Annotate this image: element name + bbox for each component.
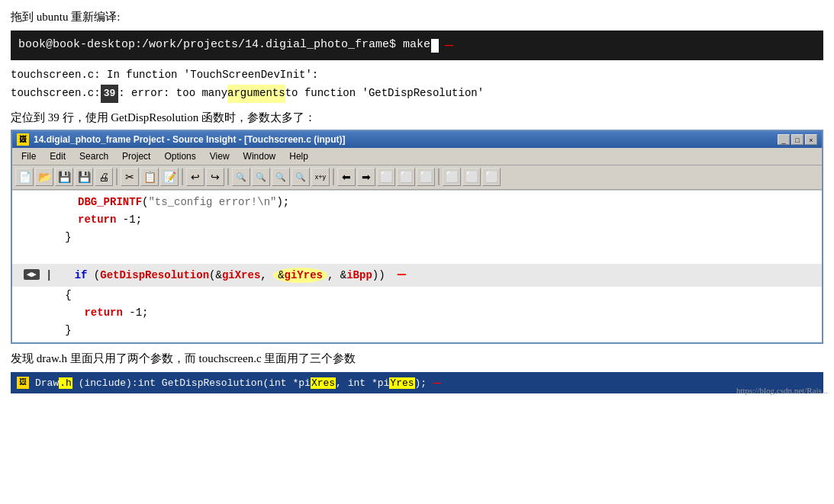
draw-suffix2: , int *pi xyxy=(336,377,389,389)
toolbar-nav5[interactable]: ⬜ xyxy=(417,168,435,186)
piyres-highlight: Yres xyxy=(389,377,414,389)
code-line-empty xyxy=(12,246,822,264)
bottom-icon: 🖼 xyxy=(17,377,29,389)
toolbar-new[interactable]: 📄 xyxy=(15,168,34,186)
toolbar-sep4 xyxy=(333,169,334,185)
toolbar-nav3[interactable]: ⬜ xyxy=(377,168,395,186)
bottom-text: Draw.h (include):int GetDispResolution(i… xyxy=(35,377,427,389)
code-line-brace2: { xyxy=(12,287,822,304)
toolbar-undo[interactable]: ↩ xyxy=(186,168,204,186)
terminal-cursor xyxy=(431,39,439,53)
code-content-r1: return -1; xyxy=(46,211,817,229)
toolbar-redo[interactable]: ↪ xyxy=(206,168,224,186)
minimize-button[interactable]: _ xyxy=(778,134,790,145)
si-toolbar: 📄 📂 💾 💾 🖨 ✂ 📋 📝 ↩ ↪ 🔍 🔍 🔍 🔍 x+y ⬅ ➡ ⬜ ⬜ … xyxy=(12,165,822,190)
code-content-b2: { xyxy=(46,287,817,304)
if-red-dash: — xyxy=(398,267,406,282)
pixres-highlight: Xres xyxy=(311,377,336,389)
si-title-left: 🖼 14.digial_photo_frame Project - Source… xyxy=(17,133,346,146)
toolbar-nav2[interactable]: ➡ xyxy=(357,168,375,186)
code-content-empty xyxy=(46,246,817,264)
toolbar-search4[interactable]: 🔍 xyxy=(291,168,310,186)
toolbar-sep3 xyxy=(227,169,229,185)
watermark: https://blog.csdn.net/Rais... xyxy=(736,386,828,395)
toolbar-cut[interactable]: ✂ xyxy=(121,168,139,186)
section2-label: 定位到 39 行，使用 GetDispResolution 函数时，参数太多了： xyxy=(11,111,823,125)
si-title-icon: 🖼 xyxy=(17,133,29,146)
terminal-prompt: book@book-desktop:/work/projects/14.digi… xyxy=(18,37,430,54)
line-gutter-if: ◀▶ xyxy=(17,268,40,283)
toolbar-search3[interactable]: 🔍 xyxy=(272,168,290,186)
code-line-brace3: } xyxy=(12,322,822,339)
highlight-circle: &giYres xyxy=(273,268,327,283)
menu-file[interactable]: File xyxy=(15,149,42,163)
toolbar-search1[interactable]: 🔍 xyxy=(232,168,250,186)
menu-options[interactable]: Options xyxy=(158,149,201,163)
code-line-if: ◀▶ | if (GetDispResolution(&giXres, &giY… xyxy=(12,264,822,287)
toolbar-xy[interactable]: x+y xyxy=(311,168,330,186)
code-line-return2: return -1; xyxy=(12,304,822,322)
error-file-prefix: touchscreen.c: xyxy=(11,85,101,103)
code-content-b3: } xyxy=(46,322,817,339)
error-block: touchscreen.c: In function 'TouchScreenD… xyxy=(11,66,823,103)
error-highlight: arguments xyxy=(227,85,285,103)
toolbar-extra3[interactable]: ⬜ xyxy=(482,168,501,186)
menu-search[interactable]: Search xyxy=(73,149,114,163)
toolbar-nav1[interactable]: ⬅ xyxy=(337,168,356,186)
error-suffix: : error: too many xyxy=(118,85,227,103)
si-menubar: File Edit Search Project Options View Wi… xyxy=(12,148,822,165)
toolbar-nav4[interactable]: ⬜ xyxy=(397,168,415,186)
toolbar-search2[interactable]: 🔍 xyxy=(252,168,270,186)
draw-prefix: Draw xyxy=(35,377,59,389)
menu-window[interactable]: Window xyxy=(237,149,282,163)
line-if-pipe: | xyxy=(46,267,52,284)
source-insight-window: 🖼 14.digial_photo_frame Project - Source… xyxy=(11,130,823,344)
menu-edit[interactable]: Edit xyxy=(43,149,72,163)
draw-highlight: .h xyxy=(59,377,72,389)
menu-help[interactable]: Help xyxy=(283,149,314,163)
toolbar-save[interactable]: 💾 xyxy=(55,168,73,186)
toolbar-extra1[interactable]: ⬜ xyxy=(443,168,461,186)
si-bottom-bar: 🖼 Draw.h (include):int GetDispResolution… xyxy=(11,372,823,393)
error-line-1: touchscreen.c: In function 'TouchScreenD… xyxy=(11,66,823,85)
si-title-bar: 🖼 14.digial_photo_frame Project - Source… xyxy=(12,131,822,148)
si-title-controls[interactable]: _ □ × xyxy=(778,134,817,145)
toolbar-save2[interactable]: 💾 xyxy=(75,168,93,186)
toolbar-sep1 xyxy=(116,169,118,185)
maximize-button[interactable]: □ xyxy=(791,134,803,145)
code-content-if: if (GetDispResolution(&giXres, &giYres, … xyxy=(55,264,817,287)
draw-suffix3: ); xyxy=(415,377,427,389)
error-line-number: 39 xyxy=(101,85,119,103)
conclusion-text: 发现 draw.h 里面只用了两个参数，而 touchscreen.c 里面用了… xyxy=(11,352,823,366)
si-code-area: DBG_PRINTF("ts_config error!\n"); return… xyxy=(12,190,822,342)
toolbar-paste[interactable]: 📝 xyxy=(160,168,179,186)
code-content-r2: return -1; xyxy=(46,304,817,322)
error-line-2: touchscreen.c:39: error: too many argume… xyxy=(11,85,823,103)
code-line-dbg: DBG_PRINTF("ts_config error!\n"); xyxy=(12,194,822,211)
toolbar-extra2[interactable]: ⬜ xyxy=(462,168,481,186)
si-title-text: 14.digial_photo_frame Project - Source I… xyxy=(34,134,346,145)
code-content-b1: } xyxy=(46,229,817,246)
terminal-arrow: — xyxy=(445,35,453,56)
header-label: 拖到 ubuntu 重新编译: xyxy=(11,8,823,26)
toolbar-sep5 xyxy=(438,169,440,185)
code-line-brace1: } xyxy=(12,229,822,246)
toolbar-copy[interactable]: 📋 xyxy=(140,168,159,186)
code-content-dbg: DBG_PRINTF("ts_config error!\n"); xyxy=(46,194,817,211)
menu-view[interactable]: View xyxy=(204,149,236,163)
toolbar-sep2 xyxy=(182,169,183,185)
toolbar-open[interactable]: 📂 xyxy=(35,168,53,186)
bottom-red-arrow: — xyxy=(433,375,441,390)
terminal-block: book@book-desktop:/work/projects/14.digi… xyxy=(11,30,823,60)
close-button[interactable]: × xyxy=(805,134,817,145)
draw-suffix: (include):int GetDispResolution(int *pi xyxy=(72,377,311,389)
error-middle: to function 'GetDispResolution' xyxy=(285,85,484,103)
menu-project[interactable]: Project xyxy=(116,149,156,163)
toolbar-print[interactable]: 🖨 xyxy=(95,168,113,186)
code-line-return1: return -1; xyxy=(12,211,822,229)
